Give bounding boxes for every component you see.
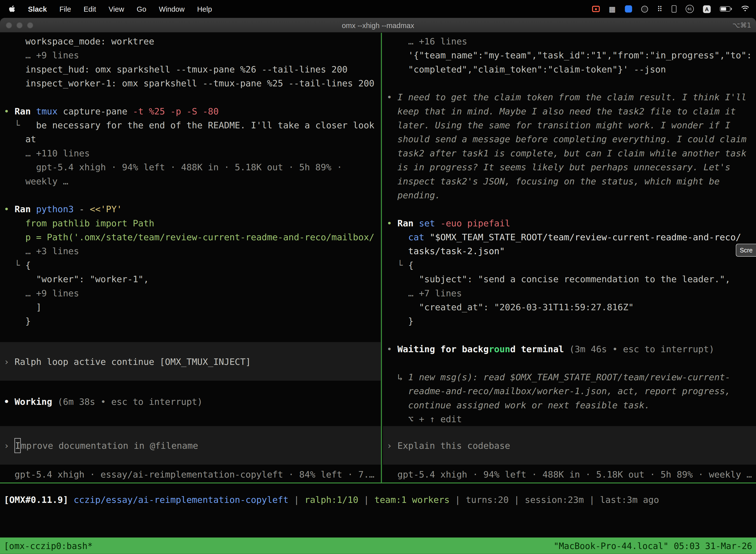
terminal-line: inspect task2's JSON, focusing on the st… — [383, 174, 756, 188]
text-segment: tmux — [36, 106, 58, 116]
terminal-line: } — [383, 314, 756, 328]
terminal-line: weekly … — [0, 174, 381, 188]
terminal-line: cat "$OMX_TEAM_STATE_ROOT/team/review-cu… — [383, 230, 756, 244]
device-icon[interactable] — [672, 4, 676, 13]
text-segment: Waiting for backg — [397, 344, 489, 354]
terminal-line: … +9 lines — [0, 48, 381, 62]
text-segment: • Working — [4, 397, 52, 407]
active-app-name[interactable]: Slack — [28, 5, 47, 13]
menu-view[interactable]: View — [109, 5, 124, 13]
text-segment: gpt-5.4 xhigh · essay/ai-reimplementatio… — [4, 469, 375, 480]
terminal-line: "subject": "send a concise recommendatio… — [383, 272, 756, 286]
battery-icon[interactable] — [720, 4, 732, 13]
terminal-line: later. Using the same for transition mig… — [383, 118, 756, 132]
menu-window[interactable]: Window — [159, 5, 185, 13]
text-segment: } — [4, 316, 31, 326]
terminal-line: … +16 lines — [383, 34, 756, 48]
menu-go[interactable]: Go — [137, 5, 146, 13]
text-segment: gpt-5.4 xhigh · 94% left · 488K in · 5.1… — [387, 469, 752, 480]
text-segment: › — [387, 438, 397, 452]
text-segment: gpt-5.4 xhigh · 94% left · 488K in · 5.1… — [4, 162, 342, 172]
grid-icon[interactable]: ▦ — [609, 4, 616, 13]
text-segment: └ — [4, 260, 20, 270]
text-segment: • — [4, 106, 15, 116]
terminal-line: tasks/task-2.json" — [383, 244, 756, 258]
screenshot-tooltip: Scre — [736, 244, 756, 257]
blank-line — [0, 408, 381, 423]
terminal-line: } — [0, 314, 381, 328]
text-segment: p = Path('.omx/state/team/review-current… — [4, 232, 375, 242]
left-pane-status-line: gpt-5.4 xhigh · essay/ai-reimplementatio… — [0, 467, 381, 482]
text-segment: should send a message before completing … — [387, 134, 747, 144]
terminal-line: keep that in mind. Maybe I also need the… — [383, 104, 756, 118]
terminal-line: • Ran python3 - <<'PY' — [0, 202, 381, 216]
prompt-input-band[interactable]: › Improve documentation in @filename — [0, 426, 381, 465]
text-segment: | — [359, 494, 375, 505]
text-segment: I need to get the claim token from the c… — [397, 92, 746, 102]
text-segment: -euo pipefail — [435, 218, 510, 228]
text-segment: be necessary for the end of the README. … — [20, 120, 375, 130]
text-segment: session:23m — [525, 494, 584, 505]
screen-recording-icon[interactable] — [592, 4, 600, 13]
blank-line — [0, 381, 381, 395]
text-segment: continue assigned work or next feasible … — [387, 400, 650, 410]
terminal-line: └ { — [0, 258, 381, 272]
terminal-line: ⌥ + ↑ edit — [383, 412, 756, 426]
text-segment: (6m 38s • esc to interrupt) — [52, 397, 202, 407]
prompt-suggestion-band[interactable]: › Explain this codebase — [383, 426, 756, 465]
text-segment: | — [509, 494, 525, 505]
blank-line — [383, 328, 756, 342]
terminal-line: • I need to get the claim token from the… — [383, 90, 756, 104]
input-source-icon[interactable]: A — [703, 4, 711, 13]
right-pane-status-line: gpt-5.4 xhigh · 94% left · 488K in · 5.1… — [383, 467, 756, 482]
text-segment: Ran — [15, 106, 31, 116]
text-segment: … +9 lines — [4, 288, 79, 298]
text-segment: - — [74, 204, 90, 214]
menu-help[interactable]: Help — [197, 5, 212, 13]
text-segment: • — [4, 204, 15, 214]
tmux-session-label[interactable]: [omx-cczip0:bash* — [4, 541, 93, 551]
terminal-line: └ { — [383, 258, 756, 272]
text-segment: | — [289, 494, 305, 505]
close-button[interactable] — [6, 22, 12, 28]
window-controls — [6, 22, 33, 28]
menu-bar-left: Slack FileEditViewGoWindowHelp — [0, 4, 212, 13]
badge-61-icon[interactable]: 61 — [686, 4, 694, 13]
text-segment: • — [387, 92, 397, 102]
text-segment: from pathlib import Path — [4, 218, 154, 228]
terminal-line: "created_at": "2026-03-31T11:59:27.816Z" — [383, 300, 756, 314]
text-segment: Explain this codebase — [397, 438, 510, 452]
text-segment: … +16 lines — [387, 36, 467, 46]
text-segment: task2 after task1 is complete, but can I… — [387, 148, 747, 158]
circle-icon[interactable] — [641, 4, 648, 13]
text-segment: team:1 workers — [375, 494, 450, 505]
menu-file[interactable]: File — [59, 5, 71, 13]
window-shortcut-label: ⌥⌘1 — [733, 18, 751, 33]
zoom-button[interactable] — [27, 22, 33, 28]
text-segment: Ran — [15, 204, 31, 214]
terminal-line: p = Path('.omx/state/team/review-current… — [0, 230, 381, 244]
terminal-line: continue assigned work or next feasible … — [383, 398, 756, 412]
apple-icon[interactable] — [9, 4, 15, 13]
macos-menu-bar: Slack FileEditViewGoWindowHelp ▦ ⠿ 61 A — [0, 0, 756, 18]
text-segment: … +7 lines — [387, 288, 462, 298]
terminal-line: • Ran set -euo pipefail — [383, 216, 756, 230]
wifi-icon[interactable] — [741, 4, 749, 13]
terminal-line: workspace_mode: worktree — [0, 34, 381, 48]
text-segment — [387, 232, 408, 242]
terminal-line: … +3 lines — [0, 244, 381, 258]
text-segment: "worker": "worker-1", — [4, 274, 149, 284]
omx-status-pane: [OMX#0.11.9] cczip/essay/ai-reimplementa… — [0, 484, 756, 538]
text-segment: Ran — [397, 218, 414, 228]
text-segment: "$OMX_TEAM_STATE_ROOT/team/review-curren… — [424, 232, 741, 242]
menu-edit[interactable]: Edit — [83, 5, 96, 13]
terminal-line: "completed","claim_token":"claim-token"}… — [383, 62, 756, 76]
text-segment: '{"team_name":"my-team","task_id":"1","f… — [387, 50, 752, 60]
dots-grid-icon[interactable]: ⠿ — [657, 4, 663, 13]
text-segment: ralph:1/10 — [305, 494, 359, 505]
text-segment: … +3 lines — [4, 246, 79, 256]
text-segment: tasks/task-2.json" — [387, 246, 505, 256]
terminal-line: task2 after task1 is complete, but can I… — [383, 146, 756, 160]
minimize-button[interactable] — [16, 22, 22, 28]
blue-app-icon[interactable] — [625, 4, 632, 13]
